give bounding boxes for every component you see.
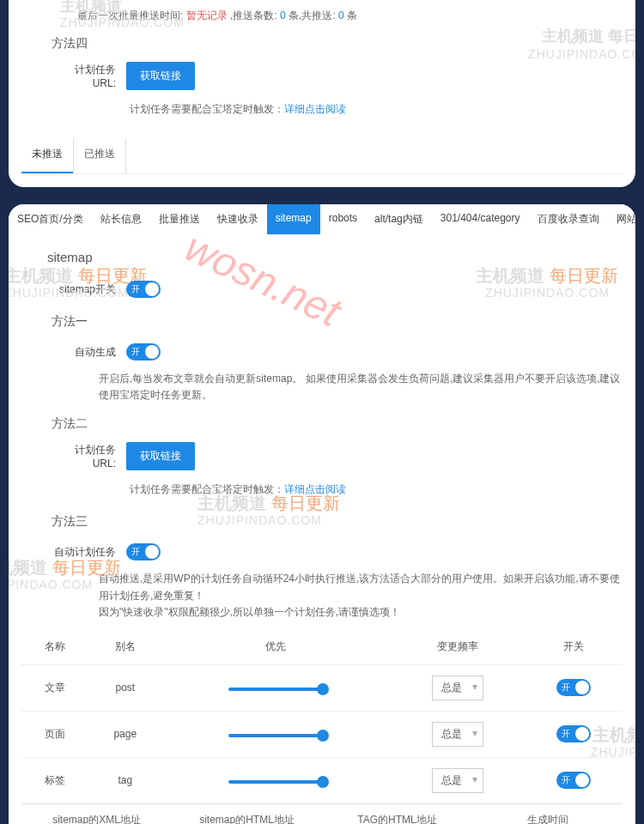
auto-gen-label: 自动生成 bbox=[52, 345, 116, 360]
nav-spider[interactable]: 网站蜘蛛 bbox=[608, 204, 635, 234]
priority-slider[interactable] bbox=[228, 688, 323, 691]
task-url-label-2: 计划任务URL: bbox=[52, 443, 116, 470]
method-3-title: 方法三 bbox=[52, 514, 623, 530]
watermark: JIPINDAO.COM bbox=[9, 578, 93, 591]
col-switch: 开关 bbox=[525, 629, 623, 665]
nav-batch-push[interactable]: 批量推送 bbox=[150, 204, 209, 234]
url-headers: sitemap的XML地址 sitemap的HTML地址 TAG的HTML地址 … bbox=[21, 803, 623, 824]
nav-webmaster[interactable]: 站长信息 bbox=[92, 204, 150, 234]
nav-sitemap[interactable]: sitemap bbox=[267, 204, 320, 234]
priority-slider[interactable] bbox=[228, 734, 323, 737]
get-link-button-2[interactable]: 获取链接 bbox=[126, 442, 195, 470]
method-2-title: 方法二 bbox=[52, 416, 623, 432]
auto-gen-toggle[interactable]: 开 bbox=[126, 343, 161, 360]
method-4-title: 方法四 bbox=[52, 36, 623, 52]
nav-baidu-query[interactable]: 百度收录查询 bbox=[529, 204, 608, 234]
nav-robots[interactable]: robots bbox=[320, 204, 366, 234]
row-toggle[interactable]: 开 bbox=[556, 725, 591, 742]
row-toggle[interactable]: 开 bbox=[556, 679, 591, 696]
task-url-label: 计划任务URL: bbox=[52, 63, 116, 89]
get-link-button[interactable]: 获取链接 bbox=[126, 62, 195, 90]
task-hint: 计划任务需要配合宝塔定时触发： bbox=[130, 102, 284, 117]
nav-301-404[interactable]: 301/404/category bbox=[432, 204, 529, 234]
auto-task-toggle[interactable]: 开 bbox=[126, 543, 161, 560]
tab-not-pushed[interactable]: 未推送 bbox=[21, 138, 74, 173]
col-alias: 别名 bbox=[89, 629, 161, 665]
freq-select[interactable]: 总是 bbox=[432, 722, 483, 747]
col-freq: 变更频率 bbox=[390, 629, 525, 665]
auto-task-desc: 自动推送,是采用WP的计划任务自动循环24小时执行推送,该方法适合大部分的用户使… bbox=[99, 571, 623, 621]
table-row: 标签 tag 总是 开 bbox=[21, 757, 623, 803]
sitemap-title: sitemap bbox=[47, 250, 623, 264]
sitemap-switch-label: sitemap开关 bbox=[52, 282, 116, 297]
col-priority: 优先 bbox=[161, 629, 390, 665]
push-status: 最后一次批量推送时间: 暂无记录 ,推送条数: 0 条,共推送: 0 条 bbox=[77, 9, 623, 23]
auto-gen-desc: 开启后,每当发布文章就会自动更新sitemap。 如果使用采集器会发生负荷问题,… bbox=[99, 371, 623, 403]
priority-slider[interactable] bbox=[228, 780, 323, 784]
method-1-title: 方法一 bbox=[52, 314, 623, 330]
nav-seo-home[interactable]: SEO首页/分类 bbox=[9, 204, 92, 234]
panel-sitemap: wosn.net SEO首页/分类 站长信息 批量推送 快速收录 sitemap… bbox=[9, 204, 635, 824]
sitemap-table: 名称 别名 优先 变更频率 开关 文章 post 总是 开 页面 page 总是… bbox=[21, 629, 623, 803]
task-hint-2: 计划任务需要配合宝塔定时触发： bbox=[130, 482, 284, 497]
col-name: 名称 bbox=[21, 629, 89, 665]
table-row: 页面 page 总是 开 bbox=[21, 711, 623, 757]
detail-link-2[interactable]: 详细点击阅读 bbox=[284, 482, 346, 497]
freq-select[interactable]: 总是 bbox=[432, 768, 483, 793]
freq-select[interactable]: 总是 bbox=[432, 676, 483, 700]
nav-tabs: SEO首页/分类 站长信息 批量推送 快速收录 sitemap robots a… bbox=[9, 204, 635, 234]
nav-fast-index[interactable]: 快速收录 bbox=[209, 204, 267, 234]
detail-link[interactable]: 详细点击阅读 bbox=[284, 102, 346, 117]
auto-task-label: 自动计划任务 bbox=[52, 545, 116, 560]
row-toggle[interactable]: 开 bbox=[556, 772, 591, 789]
panel-batch-push: 主机频道 ZHUJIPINDAO.COM 主机频道 每日更新 ZHUJIPIND… bbox=[9, 0, 635, 187]
sitemap-toggle[interactable]: 开 bbox=[126, 281, 161, 298]
nav-alt-tag[interactable]: alt/tag内链 bbox=[366, 204, 432, 234]
table-row: 文章 post 总是 开 bbox=[21, 664, 623, 711]
tab-pushed[interactable]: 已推送 bbox=[73, 138, 126, 173]
